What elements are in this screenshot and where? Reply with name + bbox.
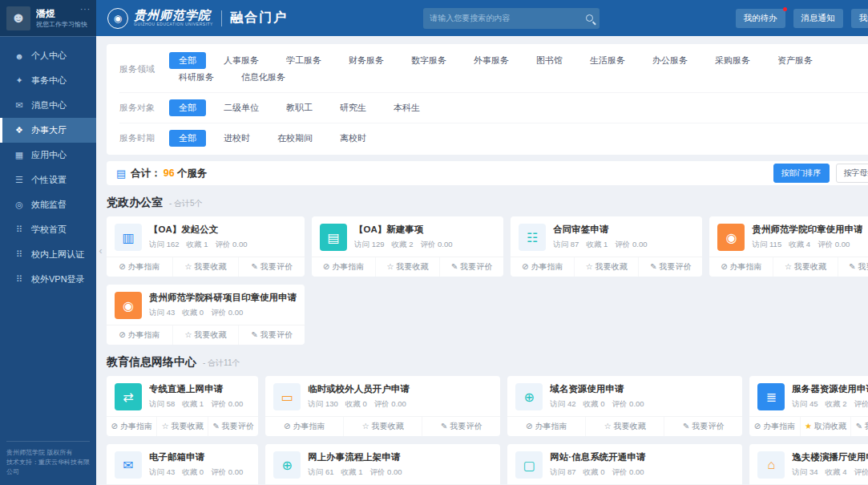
service-card[interactable]: ▢ 网站·信息系统开通申请 访问 87收藏 0评价 0.00 ⊘办事指南 ☆我要… bbox=[507, 444, 742, 485]
favorite-action[interactable]: ★取消收藏 bbox=[800, 417, 850, 436]
filter-chip[interactable]: 研究生 bbox=[330, 99, 376, 116]
service-card[interactable]: ⊕ 网上办事流程上架申请 访问 61收藏 1评价 0.00 ⊘办事指南 ☆我要收… bbox=[265, 444, 500, 485]
filter-chip[interactable]: 资产服务 bbox=[768, 52, 822, 69]
user-greeting: 祝您工作学习愉快！ bbox=[36, 20, 90, 29]
favorite-action[interactable]: ☆我要收藏 bbox=[773, 257, 837, 277]
filter-chip[interactable]: 数字服务 bbox=[402, 52, 456, 69]
edit-icon: ✎ bbox=[251, 330, 257, 339]
filter-chip[interactable]: 教职工 bbox=[277, 99, 322, 116]
search-input[interactable] bbox=[430, 14, 586, 22]
evaluate-action[interactable]: ✎我要评价 bbox=[238, 257, 305, 277]
sidebar-collapse-icon[interactable]: ‹ bbox=[96, 236, 105, 265]
filter-chip[interactable]: 全部 bbox=[169, 99, 206, 116]
sidebar-item-3[interactable]: ✉消息中心 bbox=[0, 93, 96, 118]
evaluate-action[interactable]: ✎我要评价 bbox=[838, 257, 868, 277]
evaluate-action[interactable]: ✎我要评价 bbox=[439, 257, 503, 277]
monitor-icon: ▢ bbox=[515, 451, 543, 479]
favorite-action[interactable]: ☆我要收藏 bbox=[343, 417, 422, 436]
avatar[interactable]: ☻ bbox=[6, 6, 30, 30]
evaluate-action[interactable]: ✎我要评价 bbox=[638, 257, 702, 277]
sidebar: ☻ 潘煜 祝您工作学习愉快！ ··· ☻个人中心✦事务中心✉消息中心❖办事大厅▦… bbox=[0, 0, 96, 485]
search-icon[interactable] bbox=[586, 14, 593, 22]
service-card[interactable]: ▭ 临时或校外人员开户申请 访问 130收藏 0评价 0.00 ⊘办事指南 ☆我… bbox=[265, 376, 500, 436]
star-icon: ☆ bbox=[362, 422, 369, 430]
sidebar-item-label: 应用中心 bbox=[31, 149, 67, 161]
sort-button[interactable]: 按部门排序 bbox=[773, 164, 830, 183]
filter-row-2: 服务对象全部二级单位教职工研究生本科生 bbox=[119, 93, 868, 123]
service-card[interactable]: ⌂ 逸夫楼演播厅使用申请 访问 34收藏 4评价 0.00 ⊘办事指南 ☆我要收… bbox=[749, 444, 868, 485]
guide-action[interactable]: ⊘办事指南 bbox=[107, 257, 172, 277]
favorite-action[interactable]: ☆我要收藏 bbox=[172, 325, 239, 345]
sidebar-item-label: 个性设置 bbox=[31, 174, 67, 186]
sidebar-item-8[interactable]: ⠿学校首页 bbox=[0, 217, 96, 242]
filter-chip[interactable]: 人事服务 bbox=[214, 52, 268, 69]
sidebar-item-7[interactable]: ◎效能监督 bbox=[0, 192, 96, 217]
favorite-action[interactable]: ☆我要收藏 bbox=[375, 257, 439, 277]
filter-chip[interactable]: 信息化服务 bbox=[232, 69, 295, 86]
sidebar-item-6[interactable]: ☰个性设置 bbox=[0, 168, 96, 192]
guide-action[interactable]: ⊘办事指南 bbox=[709, 257, 773, 277]
filter-chip[interactable]: 全部 bbox=[169, 130, 206, 147]
service-card[interactable]: ≣ 服务器资源使用申请 访问 45收藏 2评价 0.00 ⊘办事指南 ★取消收藏… bbox=[749, 376, 868, 436]
filter-chip[interactable]: 科研服务 bbox=[169, 69, 224, 86]
favorite-action[interactable]: ☆我要收藏 bbox=[156, 417, 207, 436]
search-box bbox=[423, 8, 600, 29]
pin-icon: ✦ bbox=[14, 75, 25, 86]
filter-panel: 服务领域全部人事服务学工服务财务服务数字服务外事服务图书馆生活服务办公服务采购服… bbox=[107, 44, 868, 155]
favorite-action[interactable]: ☆我要收藏 bbox=[585, 417, 664, 436]
guide-action[interactable]: ⊘办事指南 bbox=[107, 417, 156, 436]
service-card[interactable]: ◉ 贵州师范学院印章使用申请 访问 115收藏 4评价 0.00 ⊘办事指南 ☆… bbox=[709, 216, 868, 277]
filter-chip[interactable]: 财务服务 bbox=[339, 52, 394, 69]
header-button-2[interactable]: 消息通知 bbox=[793, 9, 843, 28]
sidebar-item-label: 个人中心 bbox=[31, 50, 67, 62]
filter-chip[interactable]: 生活服务 bbox=[580, 52, 635, 69]
evaluate-action[interactable]: ✎我要评价 bbox=[208, 417, 258, 436]
sidebar-item-9[interactable]: ⠿校内上网认证 bbox=[0, 242, 96, 267]
favorite-action[interactable]: ☆我要收藏 bbox=[172, 257, 239, 277]
service-card[interactable]: ☷ 合同审签申请 访问 87收藏 1评价 0.00 ⊘办事指南 ☆我要收藏 ✎我… bbox=[511, 216, 702, 277]
mail-icon: ✉ bbox=[115, 451, 142, 479]
sidebar-item-1[interactable]: ☻个人中心 bbox=[0, 43, 96, 68]
filter-chip[interactable]: 离校时 bbox=[330, 130, 376, 147]
evaluate-action[interactable]: ✎我要评价 bbox=[664, 417, 742, 436]
guide-action[interactable]: ⊘办事指南 bbox=[507, 417, 585, 436]
filter-chip[interactable]: 本科生 bbox=[384, 99, 430, 116]
evaluate-action[interactable]: ✎我要评价 bbox=[850, 417, 868, 436]
service-card[interactable]: ▥ 【OA】发起公文 访问 162收藏 1评价 0.00 ⊘办事指南 ☆我要收藏… bbox=[107, 216, 305, 277]
service-card[interactable]: ⊕ 域名资源使用申请 访问 42收藏 0评价 0.00 ⊘办事指南 ☆我要收藏 … bbox=[507, 376, 742, 436]
content-area: 服务领域全部人事服务学工服务财务服务数字服务外事服务图书馆生活服务办公服务采购服… bbox=[96, 36, 868, 485]
sidebar-item-10[interactable]: ⠿校外VPN登录 bbox=[0, 267, 96, 292]
evaluate-action[interactable]: ✎我要评价 bbox=[422, 417, 500, 436]
filter-chip[interactable]: 办公服务 bbox=[643, 52, 697, 69]
filter-chip[interactable]: 在校期间 bbox=[268, 130, 322, 147]
filter-chip[interactable]: 采购服务 bbox=[705, 52, 760, 69]
service-card[interactable]: ⇄ 专线直通上网申请 访问 58收藏 1评价 0.00 ⊘办事指南 ☆我要收藏 … bbox=[107, 376, 258, 436]
grid-dots-icon: ⠿ bbox=[14, 274, 25, 285]
guide-action[interactable]: ⊘办事指南 bbox=[312, 257, 375, 277]
guide-action[interactable]: ⊘办事指南 bbox=[511, 257, 574, 277]
sidebar-item-5[interactable]: ▦应用中心 bbox=[0, 143, 96, 168]
filter-chip[interactable]: 图书馆 bbox=[527, 52, 572, 69]
user-menu-dots-icon[interactable]: ··· bbox=[80, 5, 91, 14]
service-card[interactable]: ◉ 贵州师范学院科研项目印章使用申请 访问 43收藏 0评价 0.00 ⊘办事指… bbox=[107, 285, 305, 345]
guide-action[interactable]: ⊘办事指南 bbox=[265, 417, 343, 436]
filter-chip[interactable]: 进校时 bbox=[214, 130, 260, 147]
service-card[interactable]: ▤ 【OA】新建事项 访问 129收藏 2评价 0.00 ⊘办事指南 ☆我要收藏… bbox=[312, 216, 503, 277]
header-button-1[interactable]: 我的待办 bbox=[736, 9, 785, 28]
filter-label: 服务领域 bbox=[119, 63, 169, 75]
favorite-action[interactable]: ☆我要收藏 bbox=[574, 257, 638, 277]
sidebar-item-4[interactable]: ❖办事大厅 bbox=[0, 118, 96, 143]
sidebar-item-2[interactable]: ✦事务中心 bbox=[0, 68, 96, 93]
header-button-3[interactable]: 我的收藏 bbox=[851, 9, 868, 28]
sidebar-item-label: 办事大厅 bbox=[31, 124, 67, 136]
folder-icon: ▭ bbox=[273, 383, 301, 410]
guide-action[interactable]: ⊘办事指南 bbox=[107, 325, 172, 345]
filter-chip[interactable]: 二级单位 bbox=[214, 99, 268, 116]
guide-action[interactable]: ⊘办事指南 bbox=[749, 417, 799, 436]
service-card[interactable]: ✉ 电子邮箱申请 访问 43收藏 0评价 0.00 ⊘办事指南 ☆我要收藏 ✎我… bbox=[107, 444, 258, 485]
filter-chip[interactable]: 外事服务 bbox=[464, 52, 519, 69]
filter-chip[interactable]: 全部 bbox=[169, 52, 206, 69]
evaluate-action[interactable]: ✎我要评价 bbox=[238, 325, 305, 345]
filter-chip[interactable]: 学工服务 bbox=[277, 52, 331, 69]
sort-button[interactable]: 按字母排序 bbox=[836, 164, 868, 183]
